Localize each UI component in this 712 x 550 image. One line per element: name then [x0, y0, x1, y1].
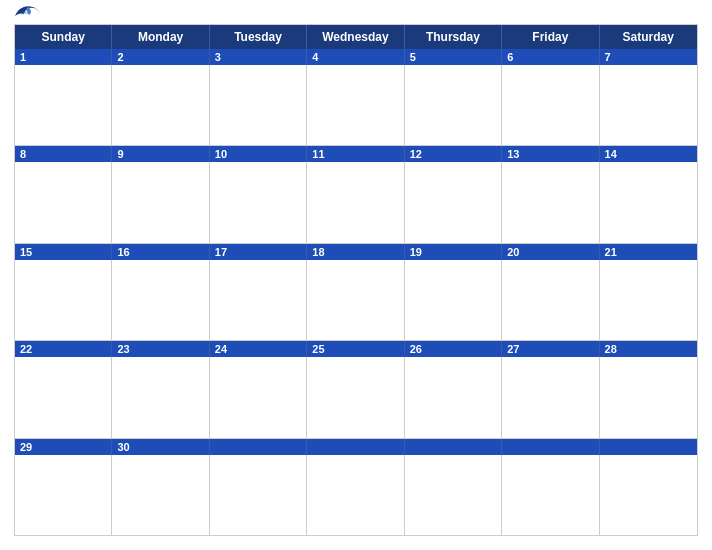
day-num-4-6: [600, 439, 697, 455]
day-content-1-3: [307, 162, 404, 242]
day-content-2-5: [502, 260, 599, 340]
day-content-2-2: [210, 260, 307, 340]
week-2: 15161718192021: [15, 243, 697, 340]
day-content-2-4: [405, 260, 502, 340]
num-strip-2: 15161718192021: [15, 244, 697, 260]
week-4: 2930: [15, 438, 697, 535]
day-content-1-5: [502, 162, 599, 242]
day-content-2-0: [15, 260, 112, 340]
day-content-1-0: [15, 162, 112, 242]
day-content-2-3: [307, 260, 404, 340]
day-num-4-3: [307, 439, 404, 455]
content-strip-0: [15, 65, 697, 145]
day-content-3-4: [405, 357, 502, 437]
day-content-3-5: [502, 357, 599, 437]
day-headers-row: SundayMondayTuesdayWednesdayThursdayFrid…: [15, 25, 697, 49]
day-content-1-4: [405, 162, 502, 242]
day-num-3-4: 26: [405, 341, 502, 357]
day-content-4-3: [307, 455, 404, 535]
day-num-3-3: 25: [307, 341, 404, 357]
num-strip-3: 22232425262728: [15, 341, 697, 357]
week-0: 1234567: [15, 49, 697, 145]
day-content-4-0: [15, 455, 112, 535]
day-num-3-0: 22: [15, 341, 112, 357]
day-content-1-1: [112, 162, 209, 242]
day-num-0-1: 2: [112, 49, 209, 65]
day-content-3-6: [600, 357, 697, 437]
num-strip-4: 2930: [15, 439, 697, 455]
day-num-2-3: 18: [307, 244, 404, 260]
day-content-0-5: [502, 65, 599, 145]
day-header-friday: Friday: [502, 25, 599, 49]
day-num-2-4: 19: [405, 244, 502, 260]
day-num-2-5: 20: [502, 244, 599, 260]
num-strip-0: 1234567: [15, 49, 697, 65]
logo-bird-icon: [14, 4, 42, 24]
day-num-4-4: [405, 439, 502, 455]
day-num-1-6: 14: [600, 146, 697, 162]
day-content-1-2: [210, 162, 307, 242]
day-content-3-1: [112, 357, 209, 437]
day-num-0-3: 4: [307, 49, 404, 65]
week-1: 891011121314: [15, 145, 697, 242]
day-num-3-6: 28: [600, 341, 697, 357]
day-content-0-2: [210, 65, 307, 145]
day-num-1-5: 13: [502, 146, 599, 162]
content-strip-4: [15, 455, 697, 535]
day-header-saturday: Saturday: [600, 25, 697, 49]
day-content-0-4: [405, 65, 502, 145]
day-num-0-5: 6: [502, 49, 599, 65]
day-num-0-0: 1: [15, 49, 112, 65]
day-num-4-0: 29: [15, 439, 112, 455]
day-content-0-3: [307, 65, 404, 145]
weeks-container: 1234567891011121314151617181920212223242…: [15, 49, 697, 535]
day-num-1-2: 10: [210, 146, 307, 162]
content-strip-3: [15, 357, 697, 437]
day-content-4-1: [112, 455, 209, 535]
day-num-4-2: [210, 439, 307, 455]
day-header-wednesday: Wednesday: [307, 25, 404, 49]
calendar-header: [14, 10, 698, 18]
day-num-1-0: 8: [15, 146, 112, 162]
day-num-0-6: 7: [600, 49, 697, 65]
day-content-4-2: [210, 455, 307, 535]
day-num-3-2: 24: [210, 341, 307, 357]
day-num-3-1: 23: [112, 341, 209, 357]
day-content-0-0: [15, 65, 112, 145]
content-strip-1: [15, 162, 697, 242]
content-strip-2: [15, 260, 697, 340]
day-num-2-6: 21: [600, 244, 697, 260]
day-header-sunday: Sunday: [15, 25, 112, 49]
day-content-3-2: [210, 357, 307, 437]
day-num-0-2: 3: [210, 49, 307, 65]
day-header-monday: Monday: [112, 25, 209, 49]
logo: [14, 4, 46, 25]
day-content-4-5: [502, 455, 599, 535]
day-num-2-0: 15: [15, 244, 112, 260]
day-num-2-1: 16: [112, 244, 209, 260]
calendar-page: SundayMondayTuesdayWednesdayThursdayFrid…: [0, 0, 712, 550]
day-num-2-2: 17: [210, 244, 307, 260]
day-header-tuesday: Tuesday: [210, 25, 307, 49]
day-content-3-0: [15, 357, 112, 437]
day-content-2-6: [600, 260, 697, 340]
day-num-0-4: 5: [405, 49, 502, 65]
day-num-4-5: [502, 439, 599, 455]
day-content-4-4: [405, 455, 502, 535]
day-content-2-1: [112, 260, 209, 340]
day-num-1-1: 9: [112, 146, 209, 162]
day-content-0-1: [112, 65, 209, 145]
day-content-3-3: [307, 357, 404, 437]
day-content-0-6: [600, 65, 697, 145]
day-header-thursday: Thursday: [405, 25, 502, 49]
calendar-grid: SundayMondayTuesdayWednesdayThursdayFrid…: [14, 24, 698, 536]
day-num-1-4: 12: [405, 146, 502, 162]
week-3: 22232425262728: [15, 340, 697, 437]
day-num-1-3: 11: [307, 146, 404, 162]
day-content-1-6: [600, 162, 697, 242]
day-content-4-6: [600, 455, 697, 535]
day-num-4-1: 30: [112, 439, 209, 455]
day-num-3-5: 27: [502, 341, 599, 357]
num-strip-1: 891011121314: [15, 146, 697, 162]
